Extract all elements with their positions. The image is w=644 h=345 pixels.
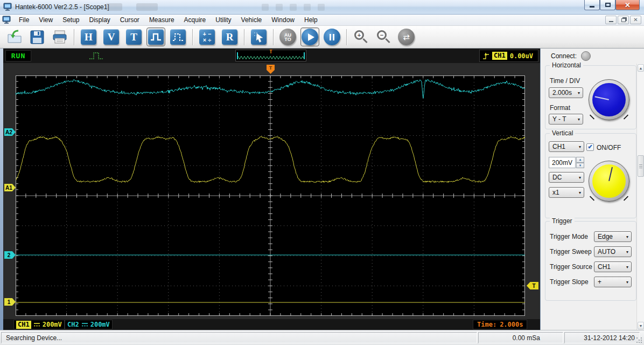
menu-help[interactable]: Help <box>299 15 323 25</box>
onoff-label: ON/OFF <box>597 144 621 151</box>
datetime: 31-12-2012 14:20 <box>564 332 640 343</box>
trigger-slope-value: + <box>598 278 601 286</box>
waveform-mode-button[interactable] <box>147 28 165 46</box>
ch1-position-marker[interactable]: A1 <box>4 184 16 191</box>
blurred-overlay <box>276 4 283 11</box>
menu-view[interactable]: View <box>34 15 58 25</box>
horizontal-system-button[interactable]: H <box>79 27 99 47</box>
blurred-overlay <box>136 3 158 11</box>
format-value: Y - T <box>552 115 566 123</box>
time-value: 2.000s <box>500 321 523 328</box>
menu-display[interactable]: Display <box>85 15 115 25</box>
volts-div-spinner[interactable]: 200mV ▲ ▼ <box>549 157 584 168</box>
menu-setup[interactable]: Setup <box>58 15 84 25</box>
math-icon: + −× ÷ <box>199 29 215 45</box>
statusbar: Searching Device... 0.00 mSa 31-12-2012 … <box>0 330 644 345</box>
open-button[interactable] <box>4 27 24 47</box>
vertical-group: Vertical CH1 ▾ ✔ ON/OFF 200mV ▲ ▼ <box>545 133 636 218</box>
menu-acquire[interactable]: Acquire <box>179 15 211 25</box>
chevron-down-icon: ▾ <box>626 280 628 285</box>
horizontal-knob[interactable] <box>589 79 629 120</box>
save-button[interactable] <box>27 27 47 47</box>
coupling-select[interactable]: DC ▾ <box>549 172 584 183</box>
vertical-letter-icon: V <box>103 29 119 45</box>
mdi-minimize-button[interactable] <box>605 16 617 24</box>
time-div-select[interactable]: 2.000s ▾ <box>549 87 583 98</box>
zoom-out-button[interactable]: − <box>374 27 394 47</box>
connect-label: Connect: <box>551 52 577 60</box>
sample-rate: 0.00 mSa <box>478 332 563 343</box>
vertical-knob[interactable] <box>589 161 629 202</box>
cursor-measure-button[interactable] <box>249 27 269 47</box>
time-div-value: 2.000s <box>552 89 572 96</box>
main-area: RUN T CH1 <box>0 49 644 330</box>
trigger-system-button[interactable]: T <box>124 27 144 47</box>
format-select[interactable]: Y - T ▾ <box>549 114 583 125</box>
channel-onoff-checkbox[interactable]: ✔ <box>586 143 594 151</box>
close-button[interactable]: ✕ <box>615 0 640 10</box>
scope-graticule-svg <box>16 75 525 316</box>
trigger-mode-select[interactable]: Edge ▾ <box>594 231 632 242</box>
play-icon <box>302 29 318 45</box>
ch2-position-marker[interactable]: A2 <box>4 128 16 136</box>
preview-waveform <box>238 54 305 61</box>
titlebar: Hantek-6000 Ver2.2.5 - [Scope1] ✕ <box>0 0 644 15</box>
menu-window[interactable]: Window <box>267 15 299 25</box>
pause-button[interactable] <box>322 27 342 47</box>
menu-utility[interactable]: Utility <box>211 15 236 25</box>
trigger-type-icon <box>88 51 108 61</box>
probe-select[interactable]: x1 ▾ <box>549 187 584 198</box>
thumb-grip-icon <box>639 164 642 169</box>
app-icon <box>3 3 12 11</box>
maximize-button[interactable] <box>600 0 615 10</box>
resize-grip[interactable] <box>636 337 638 339</box>
scroll-thumb[interactable] <box>638 155 644 177</box>
ch1-ground-marker[interactable]: 1 <box>4 298 16 306</box>
mdi-close-button[interactable]: ✕ <box>630 16 641 24</box>
channel-select[interactable]: CH1 ▾ <box>549 141 584 152</box>
swap-button[interactable]: ⇄ <box>396 27 416 47</box>
close-icon: ✕ <box>633 17 638 23</box>
pause-icon <box>324 29 340 45</box>
measure-pulse-button[interactable] <box>168 27 188 47</box>
math-button[interactable]: + −× ÷ <box>197 27 217 47</box>
vertical-system-button[interactable]: V <box>101 27 121 47</box>
graticule <box>16 75 525 316</box>
control-panel: Connect: Horizontal Time / DIV 2.000s ▾ … <box>540 49 644 330</box>
print-button[interactable] <box>50 27 69 47</box>
spin-up-button[interactable]: ▲ <box>576 157 584 163</box>
panel-scrollbar[interactable]: ▲ ▼ <box>636 64 644 330</box>
blurred-overlay <box>318 4 325 11</box>
trigger-position-bar[interactable]: T <box>235 50 306 61</box>
menu-measure[interactable]: Measure <box>144 15 179 25</box>
scroll-down-button[interactable]: ▼ <box>638 322 644 329</box>
mdi-window-controls: ✕ <box>605 16 641 24</box>
spin-down-button[interactable]: ▼ <box>576 163 584 169</box>
trigger-sweep-select[interactable]: AUTO ▾ <box>594 246 632 257</box>
trigger-time-marker[interactable]: T <box>267 65 275 74</box>
chevron-down-icon: ▾ <box>626 265 628 270</box>
menu-cursor[interactable]: Cursor <box>115 15 144 25</box>
scope-display: T A2 A1 2 1 T <box>3 63 540 319</box>
trigger-source-select[interactable]: CH1 ▾ <box>594 261 632 272</box>
toolbar-separator <box>346 29 347 45</box>
chevron-down-icon: ▾ <box>579 144 581 149</box>
trigger-level-marker[interactable]: T <box>527 282 538 289</box>
auto-set-button[interactable]: AUTO <box>278 27 298 47</box>
mdi-restore-button[interactable] <box>618 16 629 24</box>
minimize-button[interactable] <box>584 0 600 10</box>
trigger-source-label: Trigger Source <box>550 263 592 271</box>
menu-file[interactable]: File <box>14 15 34 25</box>
ref-letter-icon: R <box>222 29 237 45</box>
volts-div-value[interactable]: 200mV <box>549 157 576 168</box>
zoom-in-button[interactable]: + <box>351 27 371 47</box>
close-icon: ✕ <box>625 1 631 9</box>
ch2-ground-marker[interactable]: 2 <box>4 251 16 259</box>
trigger-position-marker[interactable]: T <box>269 49 272 54</box>
menu-vehicle[interactable]: Vehicle <box>236 15 267 25</box>
start-button[interactable] <box>301 28 319 46</box>
trigger-slope-select[interactable]: + ▾ <box>594 277 632 287</box>
trigger-mode-label: Trigger Mode <box>550 233 588 240</box>
scroll-up-button[interactable]: ▲ <box>638 64 644 72</box>
ref-wave-button[interactable]: R <box>220 27 240 47</box>
